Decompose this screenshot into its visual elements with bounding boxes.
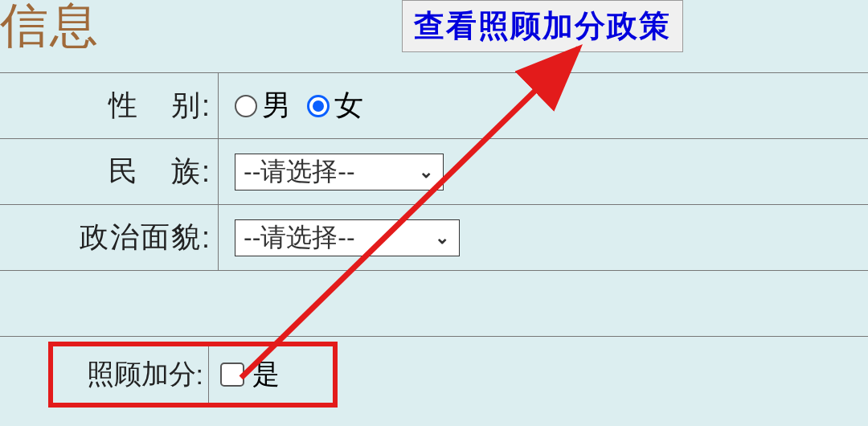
- bonus-points-yes-label: 是: [252, 356, 280, 393]
- chevron-down-icon: ⌄: [435, 227, 449, 248]
- ethnicity-label: 民族:: [0, 139, 219, 204]
- gender-label: 性别:: [0, 73, 219, 138]
- ethnicity-row: 民族: --请选择-- ⌄: [0, 138, 868, 204]
- bonus-points-highlight: 照顾加分: 是: [48, 342, 338, 408]
- political-status-label-text: 政治面貌: [80, 218, 202, 257]
- ethnicity-colon: :: [202, 155, 211, 189]
- bonus-points-label: 照顾加分:: [53, 346, 209, 403]
- bonus-points-colon: :: [196, 359, 203, 391]
- bonus-points-row: 照顾加分: 是: [0, 336, 868, 408]
- gender-colon: :: [202, 89, 211, 123]
- view-bonus-policy-button[interactable]: 查看照顾加分政策: [402, 0, 683, 52]
- bonus-points-checkbox[interactable]: [220, 363, 244, 387]
- gender-value: 男 女: [219, 73, 868, 138]
- bonus-points-label-text: 照顾加分: [87, 356, 196, 393]
- political-status-select[interactable]: --请选择-- ⌄: [235, 219, 460, 256]
- chevron-down-icon: ⌄: [419, 162, 433, 182]
- radio-icon: [307, 95, 330, 117]
- ethnicity-select[interactable]: --请选择-- ⌄: [235, 154, 444, 190]
- gender-male-label: 男: [262, 86, 291, 125]
- gender-label-char1: 性: [108, 86, 139, 125]
- gender-female-option[interactable]: 女: [307, 86, 363, 125]
- political-status-colon: :: [202, 221, 211, 255]
- political-status-value: --请选择-- ⌄: [219, 205, 868, 270]
- political-status-placeholder: --请选择--: [244, 220, 355, 256]
- political-status-label: 政治面貌:: [0, 205, 219, 270]
- bonus-points-value: 是: [209, 346, 333, 403]
- ethnicity-label-char2: 族: [171, 152, 202, 191]
- radio-icon: [235, 95, 257, 117]
- form-area: 性别: 男 女 民族: --请选择-- ⌄ 政治面貌:: [0, 72, 868, 408]
- ethnicity-label-char1: 民: [108, 152, 139, 191]
- ethnicity-value: --请选择-- ⌄: [219, 139, 868, 204]
- political-status-row: 政治面貌: --请选择-- ⌄: [0, 204, 868, 270]
- gender-female-label: 女: [334, 86, 363, 125]
- gender-label-char2: 别: [171, 86, 202, 125]
- gender-row: 性别: 男 女: [0, 72, 868, 138]
- ethnicity-placeholder: --请选择--: [244, 154, 355, 190]
- empty-row: [0, 270, 868, 336]
- gender-male-option[interactable]: 男: [235, 86, 291, 125]
- page-title-partial: 信息: [0, 0, 100, 59]
